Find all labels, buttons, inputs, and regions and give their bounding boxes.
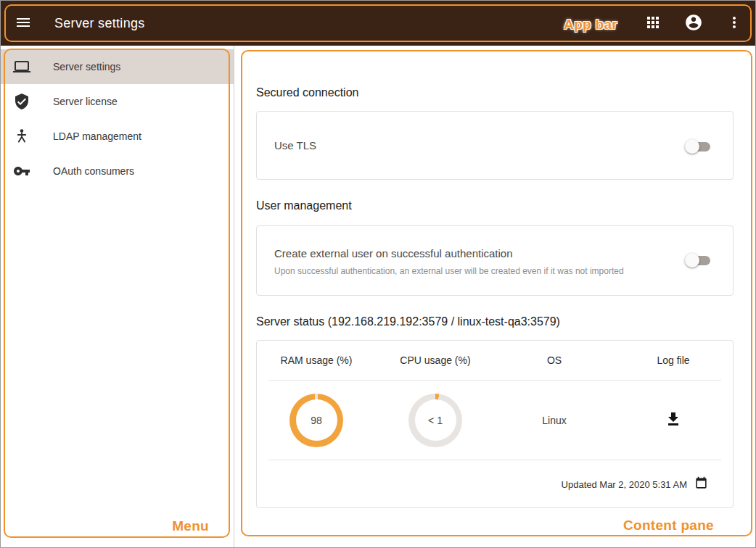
app-bar: Server settings App bar bbox=[1, 1, 755, 46]
content-pane: Secured connection Use TLS User manageme… bbox=[235, 46, 755, 547]
account-circle-icon bbox=[684, 13, 703, 34]
app-bar-actions bbox=[641, 1, 747, 46]
calendar-icon bbox=[694, 476, 708, 493]
download-log-button[interactable] bbox=[662, 410, 684, 431]
sidebar-item-oauth-consumers[interactable]: OAuth consumers bbox=[1, 154, 234, 188]
shield-check-icon bbox=[13, 93, 30, 110]
ram-value: 98 bbox=[296, 399, 337, 441]
create-external-user-card: Create external user on successful authe… bbox=[256, 225, 734, 296]
updated-timestamp: Updated Mar 2, 2020 5:31 AM bbox=[562, 479, 687, 490]
hamburger-menu-button[interactable] bbox=[11, 11, 36, 36]
create-external-user-toggle[interactable] bbox=[685, 253, 712, 267]
cpu-donut: < 1 bbox=[408, 394, 462, 447]
section-title-user-management: User management bbox=[256, 199, 352, 212]
content-pane-annotation-label: Content pane bbox=[623, 518, 714, 534]
header-log-file: Log file bbox=[614, 341, 733, 380]
laptop-icon bbox=[13, 58, 30, 75]
sidebar-item-label: OAuth consumers bbox=[53, 165, 134, 177]
status-footer: Updated Mar 2, 2020 5:31 AM bbox=[257, 460, 733, 509]
create-external-user-description: Upon successful authentication, an exter… bbox=[274, 266, 733, 276]
app-bar-annotation-label: App bar bbox=[564, 17, 617, 33]
section-title-secured-connection: Secured connection bbox=[256, 86, 358, 99]
sidebar-item-server-license[interactable]: Server license bbox=[1, 84, 234, 119]
sidebar-item-server-settings[interactable]: Server settings bbox=[1, 49, 234, 84]
status-table-row: 98 < 1 Linux bbox=[257, 381, 733, 460]
header-ram-usage: RAM usage (%) bbox=[257, 341, 376, 380]
sidebar-item-label: Server license bbox=[53, 96, 118, 107]
cpu-value: < 1 bbox=[415, 399, 456, 441]
os-value: Linux bbox=[495, 381, 614, 460]
use-tls-label: Use TLS bbox=[274, 139, 316, 151]
person-tree-icon bbox=[13, 128, 30, 145]
sidebar-menu: Server settings Server license LDAP mana… bbox=[1, 46, 234, 547]
sidebar-item-label: Server settings bbox=[53, 61, 120, 72]
use-tls-toggle[interactable] bbox=[685, 139, 712, 154]
app-bar-title: Server settings bbox=[54, 16, 145, 31]
sidebar-item-ldap-management[interactable]: LDAP management bbox=[1, 119, 234, 154]
sidebar-item-label: LDAP management bbox=[53, 130, 141, 142]
apps-grid-button[interactable] bbox=[641, 11, 665, 36]
header-cpu-usage: CPU usage (%) bbox=[376, 341, 495, 380]
server-status-card: RAM usage (%) CPU usage (%) OS Log file … bbox=[256, 340, 734, 508]
ram-donut: 98 bbox=[289, 394, 343, 447]
download-icon bbox=[665, 410, 682, 430]
toggle-thumb bbox=[685, 253, 699, 267]
menu-annotation-label: Menu bbox=[172, 518, 209, 534]
key-icon bbox=[13, 162, 30, 180]
status-table-header: RAM usage (%) CPU usage (%) OS Log file bbox=[257, 341, 733, 380]
apps-grid-icon bbox=[644, 14, 662, 33]
page: Server settings App bar bbox=[0, 0, 756, 548]
more-vert-icon bbox=[726, 14, 743, 33]
account-button[interactable] bbox=[681, 11, 706, 36]
hamburger-icon bbox=[15, 14, 32, 33]
use-tls-card: Use TLS bbox=[256, 111, 734, 180]
section-title-server-status: Server status (192.168.219.192:3579 / li… bbox=[256, 315, 560, 328]
toggle-thumb bbox=[685, 139, 699, 154]
create-external-user-label: Create external user on successful authe… bbox=[274, 247, 733, 260]
header-os: OS bbox=[495, 341, 614, 380]
more-options-button[interactable] bbox=[722, 11, 747, 36]
